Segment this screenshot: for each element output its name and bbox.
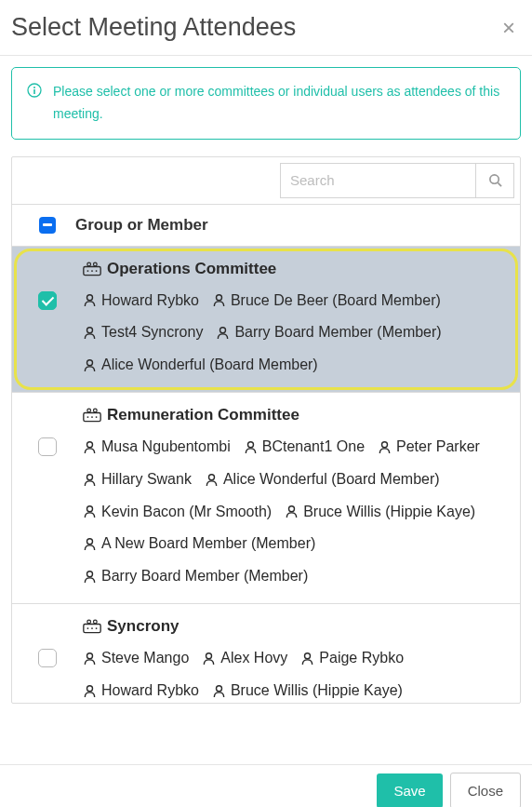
person-icon	[244, 440, 258, 454]
member-item: Alex Hovy	[202, 645, 287, 672]
svg-point-14	[220, 328, 226, 333]
svg-point-8	[87, 270, 89, 272]
save-button[interactable]: Save	[377, 773, 442, 807]
info-text: Please select one or more committees or …	[53, 81, 505, 126]
group-row[interactable]: Operations Committee Howard Rybko Bruce …	[12, 247, 520, 393]
svg-point-38	[206, 653, 212, 659]
member-item: Howard Rybko	[83, 678, 199, 703]
group-row[interactable]: Syncrony Steve Mango Alex Hovy Paige Ryb…	[12, 604, 520, 703]
member-item: Alice Wonderful (Board Member)	[83, 352, 318, 379]
svg-point-19	[87, 416, 89, 418]
person-icon	[83, 570, 97, 584]
svg-point-28	[289, 506, 295, 512]
svg-point-17	[87, 409, 91, 412]
svg-point-3	[489, 175, 498, 183]
person-icon	[83, 537, 97, 551]
person-icon	[212, 684, 226, 698]
svg-point-10	[96, 270, 98, 272]
svg-point-35	[91, 627, 93, 629]
person-icon	[205, 473, 219, 487]
svg-point-21	[96, 416, 98, 418]
svg-point-30	[87, 572, 93, 577]
svg-point-25	[87, 474, 93, 479]
member-name: Alice Wonderful (Board Member)	[223, 466, 440, 493]
svg-point-37	[87, 653, 93, 659]
group-checkbox[interactable]	[38, 437, 57, 456]
search-button[interactable]	[475, 163, 514, 198]
member-name: Hillary Swank	[101, 466, 192, 493]
member-item: BCtenant1 One	[244, 434, 365, 461]
members-list: Howard Rybko Bruce De Beer (Board Member…	[83, 288, 512, 379]
member-item: Hillary Swank	[83, 466, 192, 493]
member-name: Peter Parker	[396, 434, 480, 461]
svg-point-9	[91, 270, 93, 272]
group-row[interactable]: Remuneration Committee Musa Ngubentombi …	[12, 393, 520, 604]
svg-point-1	[33, 87, 35, 88]
group-checkbox[interactable]	[38, 291, 57, 310]
member-item: Kevin Bacon (Mr Smooth)	[83, 499, 272, 526]
svg-point-29	[87, 539, 93, 545]
org-icon	[83, 262, 101, 276]
svg-point-41	[216, 685, 221, 691]
group-name: Syncrony	[107, 617, 179, 636]
person-icon	[83, 293, 97, 307]
member-name: Barry Board Member (Member)	[234, 319, 441, 346]
member-name: Bruce Willis (Hippie Kaye)	[303, 499, 475, 526]
group-title: Operations Committee	[83, 260, 512, 278]
member-item: Bruce Willis (Hippie Kaye)	[212, 678, 403, 703]
member-item: Barry Board Member (Member)	[216, 319, 441, 346]
person-icon	[202, 652, 216, 666]
group-checkbox[interactable]	[38, 649, 57, 667]
search-icon	[488, 173, 502, 187]
modal-footer: Save Close	[0, 764, 532, 807]
members-list: Musa Ngubentombi BCtenant1 One Peter Par…	[83, 434, 512, 590]
svg-point-13	[87, 328, 93, 333]
svg-point-20	[91, 416, 93, 418]
search-row	[12, 157, 520, 205]
group-title: Syncrony	[83, 617, 512, 636]
member-item: Steve Mango	[83, 645, 189, 672]
member-item: Bruce De Beer (Board Member)	[212, 288, 441, 315]
person-icon	[83, 326, 97, 340]
person-icon	[83, 684, 97, 698]
svg-point-36	[96, 627, 98, 629]
member-name: Alice Wonderful (Board Member)	[101, 352, 318, 379]
member-name: Steve Mango	[101, 645, 189, 672]
org-icon	[83, 619, 101, 634]
member-item: Musa Ngubentombi	[83, 434, 231, 461]
person-icon	[83, 473, 97, 487]
member-name: BCtenant1 One	[262, 434, 365, 461]
member-item: Barry Board Member (Member)	[83, 563, 308, 590]
person-icon	[83, 358, 97, 372]
member-item: Test4 Syncrony	[83, 319, 203, 346]
svg-point-40	[87, 685, 93, 691]
member-name: A New Board Member (Member)	[101, 531, 315, 558]
member-name: Howard Rybko	[101, 288, 199, 315]
svg-point-7	[94, 262, 98, 266]
members-list: Steve Mango Alex Hovy Paige Rybko Howard…	[83, 645, 512, 703]
member-name: Bruce De Beer (Board Member)	[231, 288, 441, 315]
close-icon[interactable]: ×	[497, 17, 521, 39]
svg-line-4	[498, 182, 501, 186]
member-item: Alice Wonderful (Board Member)	[205, 466, 440, 493]
svg-point-24	[382, 442, 388, 448]
svg-point-15	[87, 360, 93, 366]
member-name: Paige Rybko	[319, 645, 404, 672]
member-item: Paige Rybko	[300, 645, 404, 672]
person-icon	[285, 504, 299, 518]
close-button[interactable]: Close	[450, 773, 521, 807]
svg-point-26	[208, 474, 214, 479]
select-all-checkbox[interactable]	[39, 217, 56, 234]
group-name: Remuneration Committee	[107, 406, 299, 424]
member-item: Howard Rybko	[83, 288, 199, 315]
org-icon	[83, 408, 101, 423]
svg-point-33	[94, 620, 98, 624]
table-header-row: Group or Member	[12, 205, 520, 247]
member-name: Howard Rybko	[101, 678, 199, 703]
svg-point-18	[94, 409, 98, 412]
search-input[interactable]	[280, 163, 475, 198]
person-icon	[83, 504, 97, 518]
member-item: A New Board Member (Member)	[83, 531, 315, 558]
svg-point-32	[87, 620, 91, 624]
table-body[interactable]: Operations Committee Howard Rybko Bruce …	[12, 247, 520, 703]
